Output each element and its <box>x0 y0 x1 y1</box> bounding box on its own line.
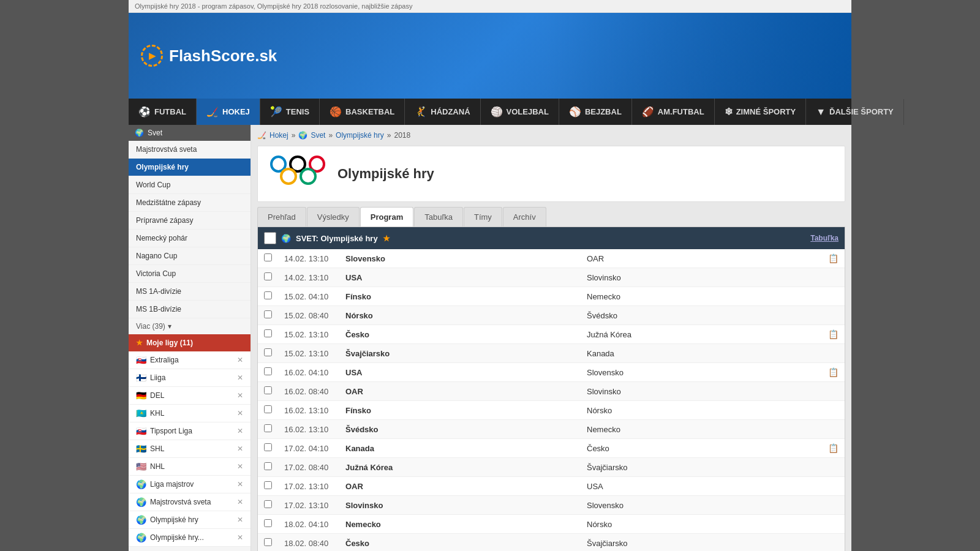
match-detail-icon[interactable]: 📋 <box>828 367 839 377</box>
row-checkbox-0[interactable] <box>264 253 272 261</box>
match-detail-icon[interactable]: 📋 <box>828 329 839 339</box>
nav-basketbal[interactable]: 🏀 BASKETBAL <box>320 99 405 125</box>
breadcrumb-olympijske[interactable]: Olympijské hry <box>336 131 384 140</box>
tab-prehlad[interactable]: Prehľad <box>257 207 306 227</box>
my-league-liga-majstrov[interactable]: 🌍 Liga majstrov ✕ <box>129 476 251 493</box>
tabulka-link[interactable]: Tabuľka <box>810 234 839 242</box>
row-checkbox-15[interactable] <box>264 538 272 546</box>
table-row[interactable]: 18.02. 04:10 Nemecko Nórsko <box>258 515 845 534</box>
table-row[interactable]: 16.02. 08:40 OAR Slovinsko <box>258 382 845 401</box>
my-league-olympijske2[interactable]: 🌍 Olympijské hry... ✕ <box>129 529 251 547</box>
row-checkbox-cell[interactable] <box>258 344 278 363</box>
nav-dalsie[interactable]: ▼ ĎALŠIE ŠPORTY <box>806 99 904 125</box>
table-row[interactable]: 16.02. 13:10 Švédsko Nemecko <box>258 420 845 439</box>
match-home-11[interactable]: Južná Kórea <box>339 458 581 477</box>
match-home-14[interactable]: Nemecko <box>339 515 581 534</box>
row-checkbox-1[interactable] <box>264 272 272 280</box>
match-home-1[interactable]: USA <box>339 268 581 287</box>
sidebar-item-nagano[interactable]: Nagano Cup <box>129 247 251 265</box>
match-home-7[interactable]: OAR <box>339 382 581 401</box>
my-league-nhl[interactable]: 🇺🇸 NHL ✕ <box>129 458 251 476</box>
table-row[interactable]: 15.02. 13:10 Švajčiarsko Kanada <box>258 344 845 363</box>
row-checkbox-cell[interactable] <box>258 325 278 344</box>
match-icon-cell-6[interactable]: 📋 <box>822 363 845 382</box>
breadcrumb-svet[interactable]: Svet <box>311 131 325 140</box>
row-checkbox-cell[interactable] <box>258 287 278 306</box>
match-away-1[interactable]: Slovinsko <box>581 268 822 287</box>
match-away-2[interactable]: Nemecko <box>581 287 822 306</box>
row-checkbox-4[interactable] <box>264 329 272 337</box>
shl-remove[interactable]: ✕ <box>237 444 243 453</box>
match-away-4[interactable]: Južná Kórea <box>581 325 822 344</box>
sidebar-more-button[interactable]: Viac (39) ▾ <box>129 318 251 334</box>
row-checkbox-cell[interactable] <box>258 458 278 477</box>
match-detail-icon[interactable]: 📋 <box>828 253 839 263</box>
match-away-12[interactable]: USA <box>581 477 822 496</box>
match-away-14[interactable]: Nórsko <box>581 515 822 534</box>
match-away-15[interactable]: Švajčiarsko <box>581 534 822 552</box>
row-checkbox-8[interactable] <box>264 405 272 413</box>
match-away-8[interactable]: Nórsko <box>581 401 822 420</box>
nhl-remove[interactable]: ✕ <box>237 462 243 471</box>
table-row[interactable]: 18.02. 08:40 Česko Švajčiarsko <box>258 534 845 552</box>
my-league-olympijske[interactable]: 🌍 Olympijské hry ✕ <box>129 511 251 529</box>
my-league-liiga[interactable]: 🇫🇮 Liiga ✕ <box>129 369 251 387</box>
row-checkbox-cell[interactable] <box>258 439 278 458</box>
tab-tabulka[interactable]: Tabuľka <box>414 207 463 227</box>
sidebar-item-victoria[interactable]: Victoria Cup <box>129 265 251 283</box>
match-home-15[interactable]: Česko <box>339 534 581 552</box>
my-league-majstrovstva[interactable]: 🌍 Majstrovstvá sveta ✕ <box>129 493 251 511</box>
match-away-10[interactable]: Česko <box>581 439 822 458</box>
row-checkbox-cell[interactable] <box>258 477 278 496</box>
sidebar-item-worldcup[interactable]: World Cup <box>129 176 251 194</box>
match-home-4[interactable]: Česko <box>339 325 581 344</box>
row-checkbox-cell[interactable] <box>258 363 278 382</box>
my-league-del[interactable]: 🇩🇪 DEL ✕ <box>129 387 251 405</box>
row-checkbox-14[interactable] <box>264 519 272 527</box>
select-all-checkbox[interactable] <box>264 232 276 244</box>
tipsport-remove[interactable]: ✕ <box>237 427 243 435</box>
match-home-2[interactable]: Fínsko <box>339 287 581 306</box>
match-icon-cell-10[interactable]: 📋 <box>822 439 845 458</box>
sidebar-item-nemechy[interactable]: Nemecký pohár <box>129 230 251 247</box>
match-away-9[interactable]: Nemecko <box>581 420 822 439</box>
row-checkbox-cell[interactable] <box>258 420 278 439</box>
row-checkbox-9[interactable] <box>264 424 272 432</box>
match-icon-cell-0[interactable]: 📋 <box>822 249 845 268</box>
sidebar-item-pripravne[interactable]: Prípravné zápasy <box>129 212 251 230</box>
row-checkbox-13[interactable] <box>264 500 272 508</box>
row-checkbox-5[interactable] <box>264 348 272 356</box>
tab-program[interactable]: Program <box>360 207 413 227</box>
row-checkbox-6[interactable] <box>264 367 272 375</box>
olympijske-remove[interactable]: ✕ <box>237 515 243 524</box>
row-checkbox-cell[interactable] <box>258 534 278 552</box>
match-away-3[interactable]: Švédsko <box>581 306 822 325</box>
match-home-8[interactable]: Fínsko <box>339 401 581 420</box>
sidebar-item-ms1b[interactable]: MS 1B-divízie <box>129 301 251 318</box>
table-row[interactable]: 14.02. 13:10 USA Slovinsko <box>258 268 845 287</box>
nav-futbal[interactable]: ⚽ FUTBAL <box>129 99 197 125</box>
table-row[interactable]: 14.02. 13:10 Slovensko OAR 📋 <box>258 249 845 268</box>
table-row[interactable]: 15.02. 13:10 Česko Južná Kórea 📋 <box>258 325 845 344</box>
my-league-khl[interactable]: 🇰🇿 KHL ✕ <box>129 405 251 422</box>
liiga-remove[interactable]: ✕ <box>237 373 243 382</box>
row-checkbox-cell[interactable] <box>258 401 278 420</box>
match-home-9[interactable]: Švédsko <box>339 420 581 439</box>
match-home-0[interactable]: Slovensko <box>339 249 581 268</box>
sidebar-item-medzistátne[interactable]: Medzištátne zápasy <box>129 194 251 212</box>
sidebar-item-majstrovstva[interactable]: Majstrovstvá sveta <box>129 141 251 159</box>
match-home-10[interactable]: Kanada <box>339 439 581 458</box>
liga-majstrov-remove[interactable]: ✕ <box>237 480 243 489</box>
row-checkbox-cell[interactable] <box>258 268 278 287</box>
match-away-6[interactable]: Slovensko <box>581 363 822 382</box>
match-home-13[interactable]: Slovinsko <box>339 496 581 515</box>
extraliga-remove[interactable]: ✕ <box>237 356 243 364</box>
row-checkbox-2[interactable] <box>264 291 272 299</box>
row-checkbox-cell[interactable] <box>258 382 278 401</box>
row-checkbox-cell[interactable] <box>258 515 278 534</box>
sidebar-item-olympijske[interactable]: Olympijské hry <box>129 159 251 176</box>
favorite-star-icon[interactable]: ★ <box>383 234 390 243</box>
row-checkbox-7[interactable] <box>264 386 272 394</box>
nav-amfutbal[interactable]: 🏈 AM.FUTBAL <box>632 99 715 125</box>
row-checkbox-12[interactable] <box>264 481 272 489</box>
